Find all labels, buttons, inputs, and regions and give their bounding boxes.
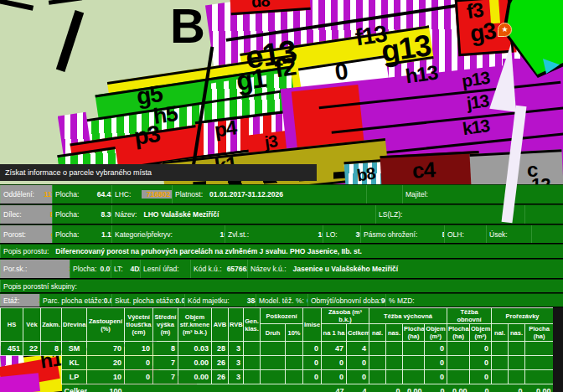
cell	[286, 370, 303, 384]
cell	[153, 384, 178, 392]
cell	[492, 384, 509, 392]
field-plocha-dilec: Plocha:8.30	[52, 205, 118, 224]
stand-label-g3: g3	[468, 19, 497, 46]
cell	[261, 342, 286, 356]
cell: Celkem:	[62, 384, 87, 392]
cell	[525, 356, 554, 370]
cell	[244, 384, 261, 392]
table-total-row: Celkem:10047400.0000.00000.00	[1, 384, 554, 392]
cell: 0.03	[178, 342, 212, 356]
group-zasoba: Zásoba (m³ b.k.)	[322, 308, 369, 324]
cell	[23, 356, 41, 370]
field-lesni-urad: Lesní úřad:	[140, 260, 197, 278]
stand-label-g1: g1	[235, 64, 267, 95]
field-porost: Porost:g	[0, 225, 59, 243]
cell: 0	[322, 370, 347, 384]
panel-row-5: Por.sk.:3 Plocha:0.07 LT:4D2 Lesní úřad:…	[0, 259, 563, 279]
stand-label-d8: d8	[251, 0, 270, 10]
cell	[1, 356, 23, 370]
cell: 20	[87, 356, 125, 370]
cell: 0.00	[447, 384, 470, 392]
panel-row-3: Porost:g Plocha:1.11 Kategorie/překryv:1…	[0, 224, 563, 244]
panel-row-2: Dílec:B Plocha:8.30 Název:LHO Valašské M…	[0, 204, 563, 224]
cell: 4	[347, 384, 369, 392]
info-window-titlebar[interactable]: Získat informace o parcele vybraného mís…	[0, 164, 317, 181]
cell: 47	[322, 384, 347, 392]
field-zvlst: Zvl.st.:16	[225, 225, 329, 243]
panel-row-7: Etáž:3 Parc. plocha etáže:0.07 Skut. plo…	[0, 293, 563, 307]
stand-label-p13: p13	[461, 69, 491, 90]
cell	[403, 342, 425, 356]
cell: 3	[229, 356, 244, 370]
col-nal-vych: nal.	[369, 324, 386, 342]
table-row: 451228SM701080.03283047400	[1, 342, 554, 356]
cell: 4	[347, 342, 369, 356]
cell	[509, 370, 525, 384]
cell: 47	[322, 342, 347, 356]
stand-label-h13: h13	[405, 62, 439, 86]
col-hs: HS	[1, 308, 23, 342]
cell	[386, 356, 403, 370]
col-objem-vych: Objem (m³)	[425, 324, 447, 342]
col-plocha-obn: Plocha (ha)	[447, 324, 470, 342]
stand-label-j3: j3	[264, 132, 278, 151]
cell: 26	[212, 356, 229, 370]
col-drevina: Dřevina	[62, 308, 87, 342]
cell: 0	[347, 356, 369, 370]
cell: 0	[425, 384, 447, 392]
cell	[244, 342, 261, 356]
cell: 0	[470, 370, 492, 384]
cell	[41, 356, 62, 370]
table-row: KL20070.0026300000	[1, 356, 554, 370]
cell	[509, 342, 525, 356]
cell	[286, 342, 303, 356]
cell	[492, 370, 509, 384]
field-empty	[531, 225, 563, 243]
field-skut-plocha: Skut. plocha etáže:0.07	[111, 294, 191, 307]
stand-label-j13: j13	[466, 91, 490, 111]
stand-label-p3: p3	[132, 122, 161, 149]
stand-label-k13: k13	[462, 116, 491, 137]
col-imise: Imise	[303, 308, 322, 342]
col-avb: AVB	[212, 308, 229, 342]
field-usek: Úsek:	[486, 225, 538, 243]
cell: 451	[1, 342, 23, 356]
cell: KL	[62, 356, 87, 370]
group-poskozeni: Poškození	[261, 308, 303, 324]
field-kod-majetku: Kód majetku:384	[184, 294, 262, 307]
cell: 0.00	[178, 356, 212, 370]
field-porsk: Por.sk.:3	[0, 260, 76, 278]
table-row: LP10070.0026300000	[1, 370, 554, 384]
cell	[178, 384, 212, 392]
cell: 8	[41, 342, 62, 356]
col-zakm: Zakm.	[41, 308, 62, 342]
cell: 0	[470, 356, 492, 370]
cell	[244, 370, 261, 384]
selected-location-marker: ★	[498, 23, 512, 37]
stand-label-b8: b8	[356, 165, 376, 184]
field-plocha-porost: Plocha:1.11	[52, 225, 118, 243]
group-prorezavky: Prořezávky	[492, 308, 554, 324]
field-popis-skupiny: Popis porostní skupiny:	[0, 280, 563, 292]
cell	[212, 384, 229, 392]
col-vek: Věk	[23, 308, 41, 342]
field-nazev: Název:LHO Valašské Meziříčí	[111, 205, 382, 224]
cell: 70	[87, 342, 125, 356]
cell: 0	[386, 384, 403, 392]
col-plocha-pro: Plocha (ha)	[525, 324, 554, 342]
cell	[229, 384, 244, 392]
cell	[1, 384, 23, 392]
cell: SM	[62, 342, 87, 356]
cell	[492, 356, 509, 370]
cell: 0.00	[403, 384, 425, 392]
col-druh: Druh	[261, 324, 286, 342]
cell: 3	[229, 342, 244, 356]
cell	[1, 370, 23, 384]
app-screen: Bd8e13f2f130g1g13h13f3g3p13j13k13g5h5p3p…	[0, 0, 563, 392]
cell	[447, 356, 470, 370]
col-zastoupeni: Zastoupení (%)	[87, 308, 125, 342]
stand-label-0: 0	[333, 59, 349, 85]
cell: LP	[62, 370, 87, 384]
col-stredni: Střední výška (m)	[153, 308, 178, 342]
cell	[403, 356, 425, 370]
